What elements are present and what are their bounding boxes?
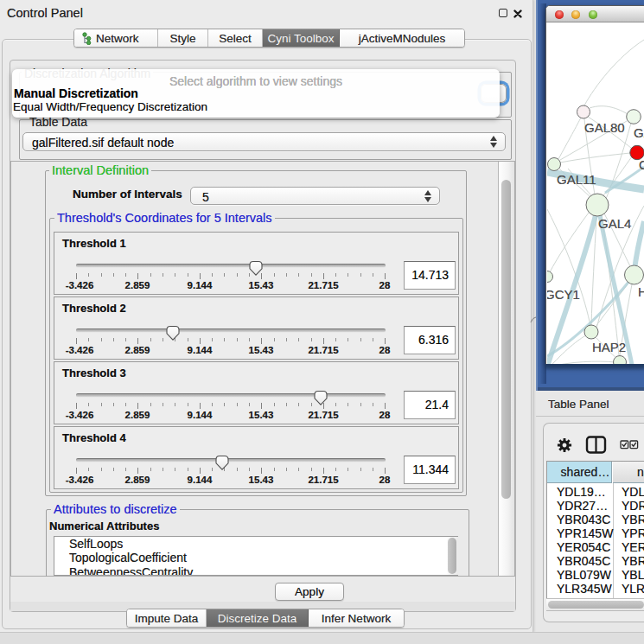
svg-text:GCY1: GCY1 — [547, 287, 580, 302]
svg-text:CY: CY — [639, 157, 644, 172]
svg-text:GAL4: GAL4 — [598, 216, 631, 231]
svg-text:HAP2: HAP2 — [592, 340, 626, 354]
svg-text:H: H — [638, 284, 644, 299]
svg-text:GAL80: GAL80 — [584, 120, 625, 135]
svg-text:GAL11: GAL11 — [557, 172, 596, 187]
svg-text:GA: GA — [634, 125, 644, 140]
